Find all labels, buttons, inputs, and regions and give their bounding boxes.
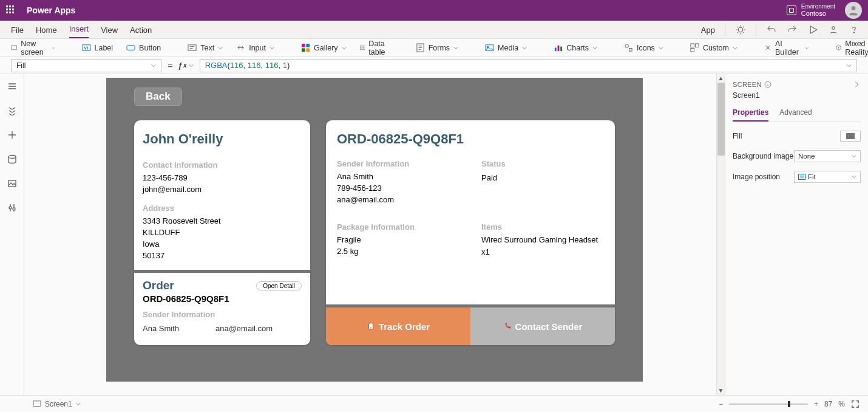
svg-point-0: [852, 6, 856, 10]
fx-button[interactable]: fx: [179, 61, 194, 70]
environment-picker[interactable]: Environment Contoso: [787, 3, 835, 17]
prop-bg-dropdown[interactable]: None: [794, 150, 861, 162]
screen-navigator[interactable]: Screen1: [33, 400, 81, 408]
collapse-panel-icon[interactable]: [852, 80, 861, 89]
svg-point-30: [370, 328, 371, 329]
environment-label: Environment: [801, 3, 835, 10]
rail-media-icon[interactable]: [7, 179, 17, 188]
prop-imgpos-label: Image position: [733, 173, 780, 181]
rail-data-icon[interactable]: [7, 154, 17, 164]
ribbon-forms[interactable]: Forms: [416, 43, 458, 52]
svg-rect-21: [691, 44, 694, 47]
customer-phone: 123-456-789: [134, 172, 310, 184]
sender-email: ana@email.com: [326, 194, 470, 205]
svg-rect-22: [695, 44, 699, 47]
vertical-scrollbar[interactable]: ▲ ▼: [716, 74, 725, 395]
svg-rect-34: [33, 400, 41, 406]
rail-add-icon[interactable]: [7, 130, 17, 140]
svg-rect-10: [302, 48, 305, 52]
sender-email-small: ana@email.com: [215, 324, 273, 333]
item-name: Wired Surround Gaming Headset: [470, 234, 615, 246]
ribbon-input[interactable]: Input: [236, 43, 274, 52]
waffle-icon[interactable]: [6, 5, 16, 15]
checker-icon[interactable]: [735, 24, 746, 35]
addr-line3: Iowa: [134, 238, 310, 250]
svg-rect-29: [368, 323, 373, 330]
item-qty: x1: [470, 246, 615, 258]
ribbon-data-table[interactable]: Data table: [360, 39, 389, 57]
prop-imgpos-dropdown[interactable]: Fit: [794, 171, 861, 183]
status-value: Paid: [470, 171, 615, 184]
svg-rect-23: [691, 48, 694, 52]
menu-home[interactable]: Home: [36, 26, 57, 38]
rail-hamburger-icon[interactable]: [7, 81, 17, 91]
help-icon[interactable]: [849, 24, 860, 35]
svg-point-3: [853, 32, 854, 33]
ribbon-icons[interactable]: Icons: [624, 43, 663, 52]
contact-info-header: Contact Information: [134, 152, 310, 172]
back-button[interactable]: Back: [134, 88, 182, 106]
sender-name: Ana Smith: [326, 171, 470, 182]
formula-input[interactable]: RGBA(116, 116, 116, 1): [200, 59, 857, 72]
scroll-down-icon[interactable]: ▼: [718, 388, 724, 394]
share-icon[interactable]: [828, 24, 839, 35]
order-number-small: ORD-06825-Q9Q8F1: [134, 292, 310, 305]
order-card[interactable]: ORD-06825-Q9Q8F1 Sender Information Ana …: [326, 120, 615, 345]
svg-rect-11: [306, 48, 310, 52]
customer-card[interactable]: John O'reilly Contact Information 123-45…: [134, 120, 310, 345]
menu-view[interactable]: View: [101, 26, 118, 38]
open-detail-button[interactable]: Open Detail: [256, 281, 302, 290]
svg-point-2: [832, 27, 835, 30]
svg-rect-17: [558, 46, 560, 51]
tab-advanced[interactable]: Advanced: [779, 108, 812, 122]
zoom-out[interactable]: −: [719, 400, 723, 408]
prop-fill-swatch[interactable]: [840, 131, 861, 142]
svg-rect-8: [302, 44, 305, 47]
menu-action[interactable]: Action: [130, 26, 152, 38]
svg-rect-5: [82, 45, 90, 50]
zoom-slider[interactable]: [729, 403, 808, 405]
app-settings-label[interactable]: App: [701, 26, 715, 35]
ribbon-button[interactable]: Button: [126, 43, 161, 52]
ribbon-label[interactable]: Label: [82, 43, 114, 52]
ribbon-mixed-reality[interactable]: Mixed Reality: [836, 39, 868, 57]
selected-screen-name: Screen1: [733, 91, 861, 100]
addr-line2: KILLDUFF: [134, 227, 310, 238]
svg-rect-18: [560, 47, 562, 52]
ribbon-custom[interactable]: Custom: [690, 43, 737, 52]
zoom-value: 87: [824, 400, 832, 408]
ribbon-text[interactable]: Text: [188, 43, 223, 52]
property-selector[interactable]: Fill: [11, 59, 161, 72]
svg-rect-33: [800, 176, 804, 179]
ribbon-gallery[interactable]: Gallery: [301, 43, 347, 52]
customer-email: john@email.com: [134, 184, 310, 195]
svg-point-1: [738, 27, 743, 32]
ribbon-ai-builder[interactable]: AI Builder: [764, 39, 809, 57]
rail-tree-icon[interactable]: [7, 106, 17, 115]
undo-icon[interactable]: [766, 24, 777, 35]
rail-tools-icon[interactable]: [7, 203, 17, 213]
play-icon[interactable]: [807, 24, 818, 35]
svg-point-19: [625, 44, 629, 48]
track-order-button[interactable]: Track Order: [326, 307, 470, 345]
ribbon-new-screen[interactable]: New screen: [11, 39, 55, 57]
app-canvas[interactable]: Back John O'reilly Contact Information 1…: [106, 78, 643, 382]
svg-rect-12: [360, 46, 365, 50]
package-line1: Fragile: [326, 234, 470, 245]
sender-phone: 789-456-123: [326, 182, 470, 194]
menu-insert[interactable]: Insert: [69, 24, 89, 38]
contact-sender-button[interactable]: Contact Sender: [470, 307, 615, 345]
package-info-header: Package Information: [326, 214, 470, 234]
ribbon-charts[interactable]: Charts: [554, 43, 597, 52]
scroll-up-icon[interactable]: ▲: [718, 75, 724, 81]
menu-file[interactable]: File: [11, 26, 24, 38]
svg-point-28: [13, 208, 15, 210]
redo-icon[interactable]: [787, 24, 798, 35]
environment-name: Contoso: [801, 10, 835, 17]
zoom-in[interactable]: +: [814, 400, 818, 408]
panel-header: SCREEN: [733, 81, 771, 88]
user-avatar[interactable]: [845, 2, 862, 19]
fit-to-window-icon[interactable]: [851, 400, 860, 408]
ribbon-media[interactable]: Media: [485, 43, 527, 52]
tab-properties[interactable]: Properties: [733, 108, 768, 122]
